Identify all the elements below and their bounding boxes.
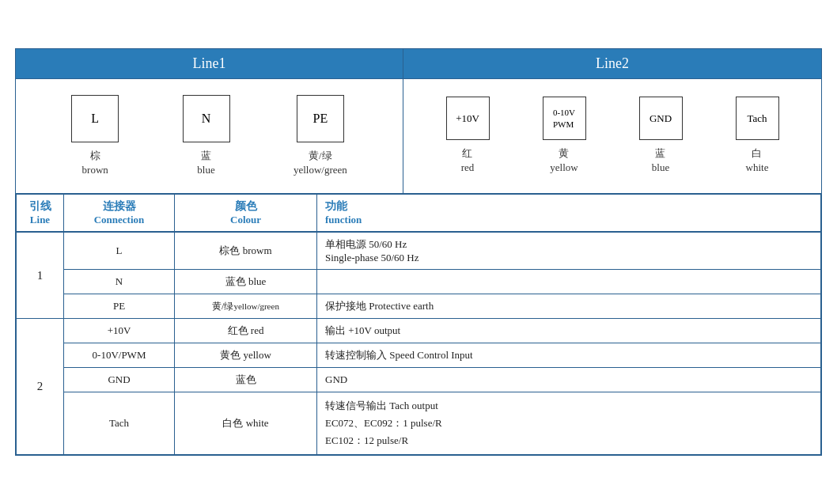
th-conn-zh: 连接器 xyxy=(72,199,166,214)
func-L: 单相电源 50/60 Hz Single-phase 50/60 Hz xyxy=(317,232,821,270)
th-func-zh: 功能 xyxy=(325,199,812,214)
table-row: 2 +10V 红色 red 输出 +10V output xyxy=(17,319,821,343)
th-function: 功能 function xyxy=(317,195,821,233)
colour-L: 棕色 browm xyxy=(175,232,317,270)
connector-box-N: N xyxy=(183,95,230,142)
connector-box-PWM: 0-10VPWM xyxy=(543,97,586,140)
conn-PE: PE xyxy=(64,294,175,319)
connector-10V: +10V 红red xyxy=(446,97,490,175)
connector-GND: GND 蓝blue xyxy=(639,97,683,175)
connector-label-L: 棕brown xyxy=(82,149,108,177)
func-tach: 转速信号输出 Tach output EC072、EC092：1 pulse/R… xyxy=(317,392,821,455)
th-colour-en: Colour xyxy=(183,214,309,226)
conn-gnd: GND xyxy=(64,368,175,392)
connector-Tach: Tach 白white xyxy=(736,97,779,175)
connector-label-N: 蓝blue xyxy=(197,149,214,177)
conn-N: N xyxy=(64,270,175,294)
table-body: 1 L 棕色 browm 单相电源 50/60 Hz Single-phase … xyxy=(17,232,821,455)
header-row: Line1 Line2 xyxy=(16,49,821,79)
connector-label-PE: 黄/绿yellow/green xyxy=(294,149,347,177)
th-colour: 颜色 Colour xyxy=(175,195,317,233)
line-number-1: 1 xyxy=(17,232,64,319)
connector-box-PE: PE xyxy=(297,95,344,142)
table-section: 引线 Line 连接器 Connection 颜色 Colour 功能 func… xyxy=(16,194,821,455)
table-row: PE 黄/绿yellow/green 保护接地 Protective earth xyxy=(17,294,821,319)
table-row: N 蓝色 blue xyxy=(17,270,821,294)
th-line-en: Line xyxy=(25,214,55,226)
connector-label-Tach: 白white xyxy=(746,146,769,175)
connector-PWM: 0-10VPWM 黄yellow xyxy=(543,97,586,175)
colour-gnd: 蓝色 xyxy=(175,368,317,392)
conn-pwm: 0-10V/PWM xyxy=(64,343,175,368)
diagram-row: L 棕brown N 蓝blue PE 黄/绿yellow/green +10V… xyxy=(16,79,821,194)
func-N xyxy=(317,270,821,294)
th-func-en: function xyxy=(325,214,812,226)
header-line1: Line1 xyxy=(16,49,403,78)
conn-L: L xyxy=(64,232,175,270)
wiring-table: 引线 Line 连接器 Connection 颜色 Colour 功能 func… xyxy=(16,194,821,455)
func-pwm: 转速控制输入 Speed Control Input xyxy=(317,343,821,368)
connector-label-GND: 蓝blue xyxy=(652,146,669,175)
connector-box-10V: +10V xyxy=(446,97,490,140)
table-row: GND 蓝色 GND xyxy=(17,368,821,392)
func-PE: 保护接地 Protective earth xyxy=(317,294,821,319)
func-10V: 输出 +10V output xyxy=(317,319,821,343)
connector-label-10V: 红red xyxy=(461,146,475,175)
main-container: Line1 Line2 L 棕brown N 蓝blue PE 黄/绿yello… xyxy=(15,48,822,457)
th-colour-zh: 颜色 xyxy=(183,199,309,214)
connector-PE: PE 黄/绿yellow/green xyxy=(294,95,347,177)
th-line-zh: 引线 xyxy=(25,199,55,214)
connector-label-PWM: 黄yellow xyxy=(550,146,578,175)
connector-box-Tach: Tach xyxy=(736,97,779,140)
th-connection: 连接器 Connection xyxy=(64,195,175,233)
connector-box-GND: GND xyxy=(639,97,683,140)
table-header-row: 引线 Line 连接器 Connection 颜色 Colour 功能 func… xyxy=(17,195,821,233)
th-conn-en: Connection xyxy=(72,214,166,226)
line-number-2: 2 xyxy=(17,319,64,455)
table-row: 0-10V/PWM 黄色 yellow 转速控制输入 Speed Control… xyxy=(17,343,821,368)
conn-tach: Tach xyxy=(64,392,175,455)
colour-tach: 白色 white xyxy=(175,392,317,455)
colour-N: 蓝色 blue xyxy=(175,270,317,294)
diagram-line1: L 棕brown N 蓝blue PE 黄/绿yellow/green xyxy=(16,79,403,193)
colour-pwm: 黄色 yellow xyxy=(175,343,317,368)
connector-L: L 棕brown xyxy=(71,95,119,177)
colour-PE: 黄/绿yellow/green xyxy=(175,294,317,319)
table-row: 1 L 棕色 browm 单相电源 50/60 Hz Single-phase … xyxy=(17,232,821,270)
diagram-line2: +10V 红red 0-10VPWM 黄yellow GND 蓝blue Tac… xyxy=(403,79,821,193)
func-gnd: GND xyxy=(317,368,821,392)
connector-box-L: L xyxy=(71,95,119,142)
th-line: 引线 Line xyxy=(17,195,64,233)
connector-N: N 蓝blue xyxy=(183,95,230,177)
conn-10V: +10V xyxy=(64,319,175,343)
colour-10V: 红色 red xyxy=(175,319,317,343)
header-line2: Line2 xyxy=(403,49,821,78)
table-row: Tach 白色 white 转速信号输出 Tach output EC072、E… xyxy=(17,392,821,455)
